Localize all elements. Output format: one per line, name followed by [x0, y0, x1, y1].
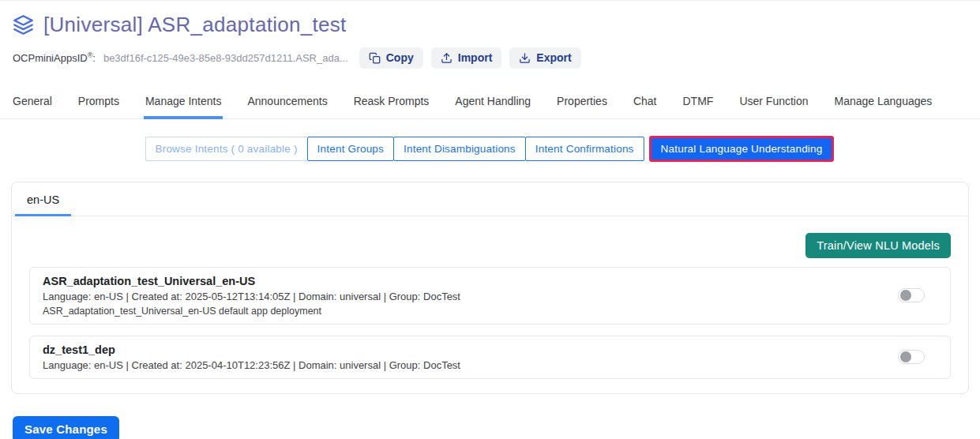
nlu-panel: en-US Train/View NLU Models ASR_adaptati…: [11, 182, 969, 394]
tab-dtmf[interactable]: DTMF: [682, 85, 713, 118]
model-meta: Language: en-US | Created at: 2025-04-10…: [43, 359, 882, 371]
page-header: [Universal] ASR_adaptation_test OCPminiA…: [0, 1, 980, 69]
subtab-intent-groups[interactable]: Intent Groups: [307, 137, 394, 161]
app-id-value: be3df16f-c125-49e3-85e8-93dd257d1211.ASR…: [103, 52, 348, 64]
model-description: ASR_adaptation_test_Universal_en-US defa…: [43, 306, 882, 317]
tab-language-en-us[interactable]: en-US: [15, 182, 71, 216]
subtab-browse-intents[interactable]: Browse Intents ( 0 available ): [145, 137, 308, 161]
tab-general[interactable]: General: [13, 85, 52, 118]
toggle-knob: [900, 351, 911, 362]
main-tab-bar: General Prompts Manage Intents Announcem…: [0, 85, 980, 119]
model-enable-toggle[interactable]: [898, 288, 925, 302]
model-name: dz_test1_dep: [43, 343, 882, 356]
tab-agent-handling[interactable]: Agent Handling: [455, 85, 531, 118]
copy-button-label: Copy: [386, 51, 414, 65]
page-title: [Universal] ASR_adaptation_test: [43, 13, 347, 37]
model-enable-toggle[interactable]: [898, 350, 925, 364]
subtab-intent-confirmations[interactable]: Intent Confirmations: [525, 137, 644, 161]
tab-chat[interactable]: Chat: [633, 85, 657, 118]
language-tab-bar: en-US: [12, 182, 968, 216]
app-id-row: OCPminiAppsID®: be3df16f-c125-49e3-85e8-…: [13, 47, 967, 69]
export-button[interactable]: Export: [509, 47, 580, 69]
tab-announcements[interactable]: Announcements: [247, 85, 327, 118]
tab-manage-languages[interactable]: Manage Languages: [835, 85, 933, 118]
layers-icon: [13, 14, 34, 36]
app-id-label: OCPminiAppsID®:: [13, 51, 96, 64]
copy-icon: [369, 52, 381, 64]
tab-properties[interactable]: Properties: [557, 85, 607, 118]
model-name: ASR_adaptation_test_Universal_en-US: [43, 275, 882, 287]
subtab-intent-disambiguations[interactable]: Intent Disambiguations: [393, 137, 526, 161]
tab-user-function[interactable]: User Function: [739, 85, 808, 118]
train-button-row: Train/View NLU Models: [29, 233, 951, 258]
model-info: ASR_adaptation_test_Universal_en-US Lang…: [43, 275, 882, 317]
tab-manage-intents[interactable]: Manage Intents: [145, 85, 222, 118]
download-icon: [519, 52, 531, 64]
model-info: dz_test1_dep Language: en-US | Created a…: [43, 343, 882, 371]
title-row: [Universal] ASR_adaptation_test: [13, 13, 967, 37]
toggle-knob: [900, 290, 911, 301]
intents-subtab-bar: Browse Intents ( 0 available ) Intent Gr…: [0, 136, 980, 162]
export-button-label: Export: [536, 51, 571, 65]
save-changes-button[interactable]: Save Changes: [13, 416, 119, 439]
nlu-panel-body: Train/View NLU Models ASR_adaptation_tes…: [12, 216, 968, 393]
tab-prompts[interactable]: Prompts: [78, 85, 119, 118]
subtab-natural-language-understanding[interactable]: Natural Language Understanding: [649, 136, 835, 162]
tab-reask-prompts[interactable]: Reask Prompts: [354, 85, 430, 118]
model-meta: Language: en-US | Created at: 2025-05-12…: [43, 291, 882, 302]
import-button[interactable]: Import: [431, 47, 502, 69]
import-button-label: Import: [458, 51, 493, 65]
upload-icon: [441, 52, 452, 64]
nlu-model-row: ASR_adaptation_test_Universal_en-US Lang…: [29, 267, 951, 325]
copy-button[interactable]: Copy: [359, 47, 423, 69]
nlu-model-row: dz_test1_dep Language: en-US | Created a…: [29, 336, 951, 379]
train-view-nlu-models-button[interactable]: Train/View NLU Models: [805, 233, 951, 258]
